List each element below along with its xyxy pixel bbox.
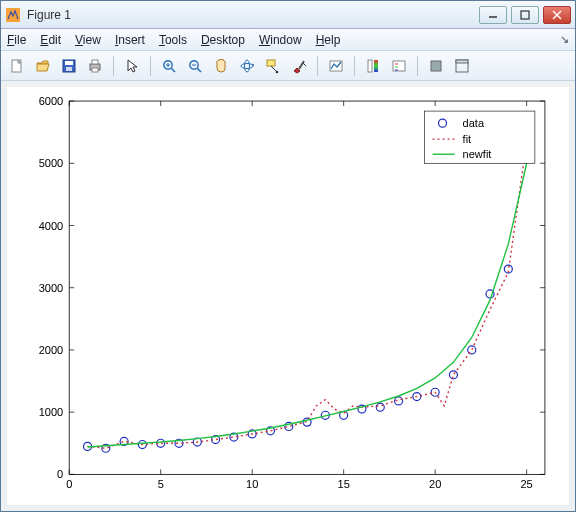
zoom-out-button[interactable] (183, 54, 207, 78)
dock-toggle-icon[interactable]: ↘ (560, 33, 569, 46)
figure-window: Figure 1 File Edit View Insert Tools Des… (0, 0, 576, 512)
svg-line-24 (299, 61, 304, 69)
colorbar-button[interactable] (361, 54, 385, 78)
svg-point-20 (245, 60, 250, 72)
svg-rect-21 (267, 60, 275, 66)
menu-tools[interactable]: Tools (159, 33, 187, 47)
minimize-button[interactable] (479, 6, 507, 24)
svg-text:2000: 2000 (39, 344, 64, 356)
svg-text:0: 0 (57, 468, 63, 480)
svg-rect-11 (92, 68, 98, 72)
svg-rect-28 (393, 61, 405, 71)
svg-text:0: 0 (66, 478, 72, 490)
svg-rect-32 (431, 61, 441, 71)
svg-text:6000: 6000 (39, 95, 64, 107)
svg-text:5: 5 (158, 478, 164, 490)
svg-rect-7 (65, 61, 73, 65)
menu-desktop[interactable]: Desktop (201, 33, 245, 47)
hide-tools-button[interactable] (424, 54, 448, 78)
pointer-button[interactable] (120, 54, 144, 78)
new-file-button[interactable] (5, 54, 29, 78)
window-buttons (479, 6, 571, 24)
menu-view[interactable]: View (75, 33, 101, 47)
svg-text:15: 15 (338, 478, 350, 490)
menubar: File Edit View Insert Tools Desktop Wind… (1, 29, 575, 51)
menu-window[interactable]: Window (259, 33, 302, 47)
svg-text:4000: 4000 (39, 220, 64, 232)
window-title: Figure 1 (27, 8, 479, 22)
svg-text:newfit: newfit (463, 148, 492, 160)
svg-text:1000: 1000 (39, 406, 64, 418)
svg-line-17 (197, 68, 201, 72)
menu-insert[interactable]: Insert (115, 33, 145, 47)
svg-text:3000: 3000 (39, 282, 64, 294)
svg-line-22 (271, 66, 276, 71)
app-icon (5, 7, 21, 23)
plot-svg: 05101520250100020003000400050006000dataf… (7, 87, 569, 509)
rotate-3d-button[interactable] (235, 54, 259, 78)
titlebar[interactable]: Figure 1 (1, 1, 575, 29)
close-button[interactable] (543, 6, 571, 24)
axes-panel[interactable]: 05101520250100020003000400050006000dataf… (7, 87, 569, 505)
legend-button[interactable] (387, 54, 411, 78)
menu-file[interactable]: File (7, 33, 26, 47)
zoom-in-button[interactable] (157, 54, 181, 78)
save-button[interactable] (57, 54, 81, 78)
svg-text:data: data (463, 117, 485, 129)
svg-rect-26 (368, 60, 372, 72)
svg-text:5000: 5000 (39, 157, 64, 169)
menu-edit[interactable]: Edit (40, 33, 61, 47)
brush-button[interactable] (287, 54, 311, 78)
dock-figure-button[interactable] (450, 54, 474, 78)
figure-area: 05101520250100020003000400050006000dataf… (1, 81, 575, 511)
svg-rect-2 (521, 11, 529, 19)
svg-rect-8 (66, 67, 72, 71)
svg-text:20: 20 (429, 478, 441, 490)
svg-rect-10 (92, 60, 98, 64)
data-cursor-button[interactable] (261, 54, 285, 78)
svg-point-19 (241, 63, 253, 68)
pan-button[interactable] (209, 54, 233, 78)
open-file-button[interactable] (31, 54, 55, 78)
link-plot-button[interactable] (324, 54, 348, 78)
svg-rect-27 (374, 60, 378, 72)
toolbar (1, 51, 575, 81)
svg-text:10: 10 (246, 478, 258, 490)
print-button[interactable] (83, 54, 107, 78)
svg-text:25: 25 (520, 478, 532, 490)
maximize-button[interactable] (511, 6, 539, 24)
svg-point-23 (276, 70, 279, 73)
svg-rect-34 (456, 60, 468, 63)
svg-line-13 (171, 68, 175, 72)
menu-help[interactable]: Help (316, 33, 341, 47)
svg-text:fit: fit (463, 133, 472, 145)
